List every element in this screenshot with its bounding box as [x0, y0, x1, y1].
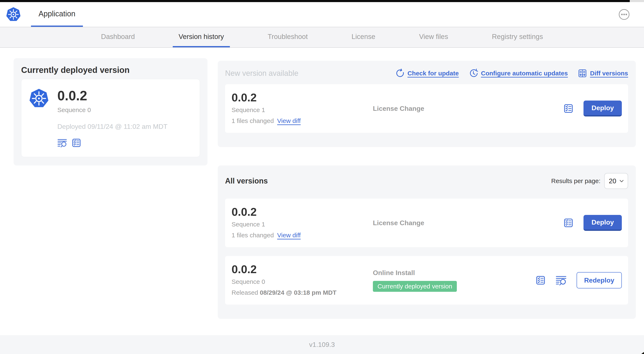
released-timestamp: Released 08/29/24 @ 03:18 pm MDT	[232, 289, 373, 296]
version-source: License Change	[373, 91, 564, 126]
app-footer: v1.109.3	[0, 335, 644, 354]
results-per-page-value: 20	[609, 177, 616, 185]
admin-console-version: v1.109.3	[309, 341, 335, 348]
version-row-sequence-1: 0.0.2 Sequence 1 1 files changed View di…	[225, 199, 628, 247]
results-per-page-select[interactable]: 20	[604, 173, 628, 189]
app-logo	[6, 2, 21, 27]
view-logs-button[interactable]	[57, 138, 67, 148]
screen-top-edge-dark	[0, 0, 630, 2]
tab-registry-settings[interactable]: Registry settings	[486, 27, 549, 47]
preflight-checks-button[interactable]	[564, 104, 574, 114]
version-sequence: Sequence 0	[232, 278, 373, 285]
version-info: 0.0.2 Sequence 0 Released 08/29/24 @ 03:…	[232, 263, 373, 297]
redeploy-button[interactable]: Redeploy	[576, 272, 622, 288]
checklist-icon	[564, 218, 574, 228]
ellipsis-icon	[618, 9, 630, 20]
results-per-page-label: Results per page:	[551, 177, 600, 185]
deployed-version-panel: 0.0.2 Sequence 0 Deployed 09/11/24 @ 11:…	[21, 79, 200, 157]
version-info: 0.0.2 Sequence 1 1 files changed View di…	[232, 91, 373, 126]
currently-deployed-card: Currently deployed version 0.0.2 Sequenc…	[14, 58, 208, 165]
version-sequence: Sequence 1	[232, 221, 373, 228]
tab-application-label: Application	[38, 10, 75, 18]
version-rows: 0.0.2 Sequence 1 1 files changed View di…	[225, 199, 628, 304]
tab-dashboard[interactable]: Dashboard	[95, 27, 141, 47]
deploy-button[interactable]: Deploy	[584, 101, 622, 117]
version-number: 0.0.2	[232, 206, 373, 218]
diff-versions-label: Diff versions	[590, 70, 628, 77]
configure-automatic-updates-label: Configure automatic updates	[481, 70, 568, 77]
version-row-sequence-0: 0.0.2 Sequence 0 Released 08/29/24 @ 03:…	[225, 256, 628, 304]
view-diff-link[interactable]: View diff	[277, 117, 301, 124]
all-versions-card: All versions Results per page: 20 0.0.2 …	[218, 165, 636, 319]
more-menu-button[interactable]	[618, 9, 630, 20]
new-version-heading: New version available	[225, 69, 298, 78]
version-source-label: License Change	[373, 105, 424, 113]
checklist-icon	[536, 275, 546, 285]
deployed-version-number: 0.0.2	[57, 88, 168, 103]
released-date: 08/29/24 @ 03:18 pm MDT	[260, 289, 336, 296]
app-nav: Dashboard Version history Troubleshoot L…	[0, 27, 644, 48]
kubernetes-logo	[29, 88, 49, 109]
version-source: License Change	[373, 206, 564, 240]
tab-license[interactable]: License	[346, 27, 381, 47]
preflight-checks-button[interactable]	[72, 138, 81, 148]
new-version-card: New version available Check for update C…	[218, 61, 636, 147]
tab-view-files[interactable]: View files	[413, 27, 454, 47]
tab-application[interactable]: Application	[31, 2, 83, 27]
version-number: 0.0.2	[232, 263, 373, 275]
version-source-label: Online Install	[373, 269, 415, 277]
check-for-update-link[interactable]: Check for update	[395, 69, 459, 78]
deployed-sequence: Sequence 0	[57, 106, 168, 114]
version-sequence: Sequence 1	[232, 106, 373, 114]
chevron-down-icon	[619, 178, 624, 184]
new-version-row: 0.0.2 Sequence 1 1 files changed View di…	[225, 84, 628, 133]
check-for-update-label: Check for update	[408, 70, 459, 77]
currently-deployed-badge: Currently deployed version	[373, 281, 457, 292]
tab-version-history[interactable]: Version history	[173, 27, 230, 47]
all-versions-heading: All versions	[225, 177, 268, 185]
files-changed-label: 1 files changed	[232, 117, 274, 124]
diff-icon	[578, 69, 587, 78]
files-changed: 1 files changed View diff	[232, 117, 373, 124]
files-changed-label: 1 files changed	[232, 232, 274, 239]
kubernetes-logo	[6, 7, 21, 22]
screen-top-edge	[0, 0, 644, 2]
currently-deployed-title: Currently deployed version	[21, 65, 200, 75]
deployed-timestamp: Deployed 09/11/24 @ 11:02 am MDT	[57, 123, 168, 131]
version-row-actions: Redeploy	[536, 263, 622, 297]
version-row-actions: Deploy	[564, 206, 622, 240]
clock-arrows-icon	[469, 69, 478, 78]
tab-troubleshoot[interactable]: Troubleshoot	[262, 27, 314, 47]
deployed-actions	[57, 138, 168, 148]
new-version-header: New version available Check for update C…	[225, 68, 628, 78]
view-logs-button[interactable]	[556, 275, 566, 286]
preflight-checks-button[interactable]	[536, 275, 546, 285]
main-content: Currently deployed version 0.0.2 Sequenc…	[0, 48, 644, 319]
version-info: 0.0.2 Sequence 1 1 files changed View di…	[232, 206, 373, 240]
released-prefix: Released	[232, 289, 258, 296]
checklist-icon	[564, 104, 574, 114]
version-row-actions: Deploy	[564, 91, 622, 126]
version-source-label: License Change	[373, 219, 424, 227]
files-changed: 1 files changed View diff	[232, 232, 373, 239]
diff-versions-link[interactable]: Diff versions	[578, 69, 628, 78]
logs-icon	[556, 275, 566, 286]
refresh-icon	[395, 69, 404, 78]
all-versions-header: All versions Results per page: 20	[225, 173, 628, 189]
version-actions: Check for update Configure automatic upd…	[395, 69, 628, 78]
view-diff-link[interactable]: View diff	[277, 232, 301, 239]
version-number: 0.0.2	[232, 91, 373, 104]
results-per-page: Results per page: 20	[551, 173, 628, 189]
version-source: Online Install Currently deployed versio…	[373, 263, 536, 297]
deploy-button[interactable]: Deploy	[584, 215, 622, 231]
checklist-icon	[72, 138, 81, 148]
logs-icon	[57, 138, 67, 148]
deployed-version-details: 0.0.2 Sequence 0 Deployed 09/11/24 @ 11:…	[57, 88, 168, 148]
preflight-checks-button[interactable]	[564, 218, 574, 228]
configure-automatic-updates-link[interactable]: Configure automatic updates	[469, 69, 568, 78]
app-header: Application	[0, 2, 644, 27]
version-history-column: New version available Check for update C…	[218, 61, 636, 319]
